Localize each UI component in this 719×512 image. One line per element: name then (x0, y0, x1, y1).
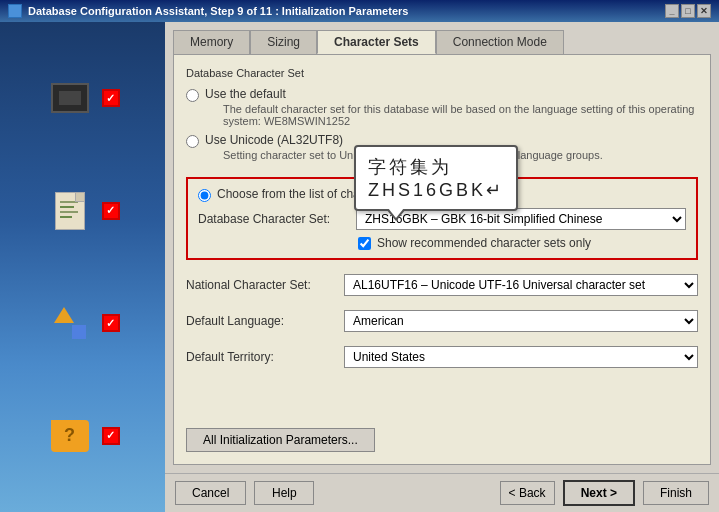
tabs: Memory Sizing Character Sets Connection … (173, 30, 711, 54)
radio-choose-list-input[interactable] (198, 189, 211, 202)
show-recommended-row: Show recommended character sets only (358, 236, 686, 250)
checkmark-2: ✓ (102, 202, 120, 220)
cancel-button[interactable]: Cancel (175, 481, 246, 505)
default-language-row: Default Language: American (186, 310, 698, 332)
app-icon (8, 4, 22, 18)
finish-button[interactable]: Finish (643, 481, 709, 505)
default-territory-select[interactable]: United States (344, 346, 698, 368)
maximize-button[interactable]: □ (681, 4, 695, 18)
tab-memory[interactable]: Memory (173, 30, 250, 54)
radio-use-unicode-input[interactable] (186, 135, 199, 148)
left-panel: ✓ ✓ (0, 22, 165, 512)
next-button[interactable]: Next > (563, 480, 635, 506)
radio-use-default-label: Use the default (205, 87, 698, 101)
national-char-set-select[interactable]: AL16UTF16 – Unicode UTF-16 Universal cha… (344, 274, 698, 296)
titlebar: Database Configuration Assistant, Step 9… (0, 0, 719, 22)
section-title: Database Character Set (186, 67, 698, 79)
default-language-select[interactable]: American (344, 310, 698, 332)
icon-item-folder: ? ✓ (46, 416, 120, 456)
back-button[interactable]: < Back (500, 481, 555, 505)
checkmark-1: ✓ (102, 89, 120, 107)
chip-icon (51, 83, 89, 113)
national-char-set-row: National Character Set: AL16UTF16 – Unic… (186, 274, 698, 296)
checkmark-4: ✓ (102, 427, 120, 445)
checkmark-3: ✓ (102, 314, 120, 332)
national-char-set-label: National Character Set: (186, 278, 336, 292)
show-recommended-checkbox[interactable] (358, 237, 371, 250)
all-init-params-button[interactable]: All Initialization Parameters... (186, 428, 375, 452)
question-folder-icon: ? (51, 420, 89, 452)
radio-use-default: Use the default The default character se… (186, 87, 698, 127)
bottom-form: National Character Set: AL16UTF16 – Unic… (186, 270, 698, 378)
radio-use-default-input[interactable] (186, 89, 199, 102)
icon-item-chip: ✓ (46, 78, 120, 118)
radio-use-default-desc: The default character set for this datab… (223, 103, 698, 127)
default-territory-row: Default Territory: United States (186, 346, 698, 368)
shapes-icon (52, 305, 88, 341)
callout-tooltip: 字符集为ZHS16GBK↵ (354, 145, 518, 211)
tab-connection-mode[interactable]: Connection Mode (436, 30, 564, 54)
minimize-button[interactable]: _ (665, 4, 679, 18)
close-button[interactable]: ✕ (697, 4, 711, 18)
default-territory-label: Default Territory: (186, 350, 336, 364)
default-language-label: Default Language: (186, 314, 336, 328)
tab-sizing[interactable]: Sizing (250, 30, 317, 54)
db-char-set-label: Database Character Set: (198, 212, 348, 226)
doc-icon (55, 192, 85, 230)
help-button[interactable]: Help (254, 481, 314, 505)
icon-item-shapes: ✓ (46, 303, 120, 343)
bottom-bar: Cancel Help < Back Next > Finish (165, 473, 719, 512)
db-char-set-row: Database Character Set: ZHS16GBK – GBK 1… (198, 208, 686, 230)
content-panel: 字符集为ZHS16GBK↵ Database Character Set Use… (173, 54, 711, 465)
icon-item-doc: ✓ (46, 191, 120, 231)
show-recommended-label: Show recommended character sets only (377, 236, 591, 250)
window-controls[interactable]: _ □ ✕ (665, 4, 711, 18)
titlebar-title: Database Configuration Assistant, Step 9… (28, 5, 408, 17)
tab-character-sets[interactable]: Character Sets (317, 30, 436, 54)
